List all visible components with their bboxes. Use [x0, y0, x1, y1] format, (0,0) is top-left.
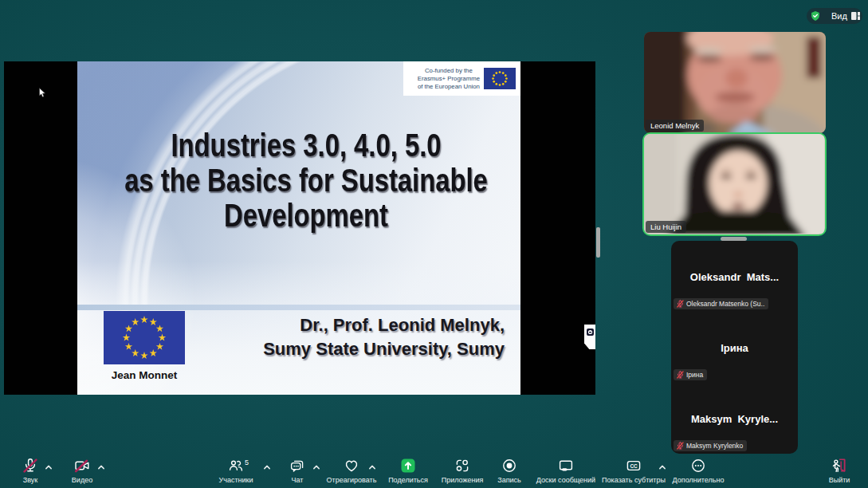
svg-text:CC: CC: [630, 463, 638, 469]
